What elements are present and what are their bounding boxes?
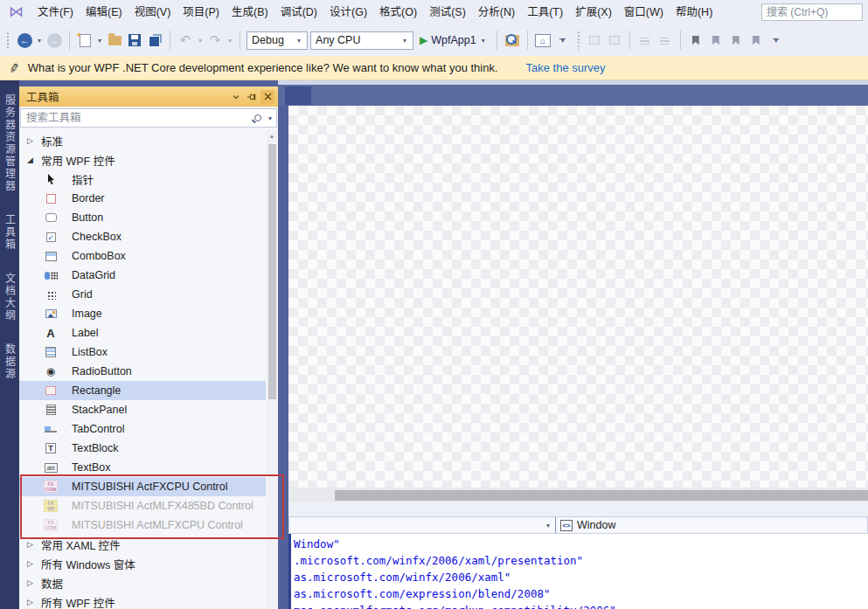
tool-window-tab[interactable]: 工具箱 — [3, 206, 17, 259]
toolbox-search-input[interactable] — [21, 112, 254, 124]
menu-item[interactable]: 分析(N) — [472, 0, 521, 24]
toolbox-item[interactable]: MITSUBISHI ActMLFX485BD Control — [19, 496, 266, 516]
toolbox-item[interactable]: TabControl — [19, 419, 266, 439]
standard-toolbar: ← ▾ → ▾ ↶ ▾ ↷ ▾ Debug ▾ Any CPU ▾ ▶ WpfA… — [0, 24, 868, 56]
tool-window-tab[interactable]: 数据源 — [3, 336, 17, 388]
toolbox-item[interactable]: Rectangle — [19, 381, 266, 400]
menu-item[interactable]: 文件(F) — [31, 0, 80, 24]
navigate-back-dropdown-icon[interactable]: ▾ — [36, 37, 43, 45]
document-area: ▾ <> Window Window".microsoft.com/winfx/… — [278, 80, 868, 609]
breadcrumb-left-dropdown[interactable]: ▾ — [289, 517, 556, 533]
toolbox-item[interactable]: MITSUBISHI ActFXCPU Control — [19, 477, 266, 496]
toolbox-item[interactable]: DataGrid — [19, 266, 266, 285]
menu-item[interactable]: 扩展(X) — [569, 0, 618, 24]
toolbox-item[interactable]: Image — [19, 304, 266, 323]
xaml-editor[interactable]: Window".microsoft.com/winfx/2006/xaml/pr… — [288, 534, 868, 609]
quick-search-input[interactable] — [761, 3, 863, 21]
toolbox-item[interactable]: StackPanel — [19, 400, 266, 419]
toolbar-overflow-button[interactable]: ▾ — [767, 30, 785, 51]
menu-item[interactable]: 调试(D) — [274, 0, 323, 24]
toolbox-category[interactable]: ▷所有 WPF 控件 — [19, 592, 266, 609]
tool-window-tab[interactable]: 服务器资源管理器 — [3, 87, 17, 200]
designer-horizontal-scrollbar[interactable] — [288, 488, 868, 502]
previous-bookmark-button[interactable] — [707, 30, 725, 51]
toolbar-grip-handle[interactable] — [6, 31, 10, 49]
toolbox-category[interactable]: ▷标准 — [19, 131, 266, 150]
menu-item[interactable]: 工具(T) — [521, 0, 569, 24]
new-project-button[interactable] — [76, 30, 94, 51]
toolbox-item[interactable]: ComboBox — [19, 246, 266, 266]
startup-project-label: WpfApp1 — [431, 34, 476, 46]
toolbar-overflow-button[interactable]: ▾ — [554, 30, 572, 51]
toolbox-category[interactable]: ◢常用 WPF 控件 — [19, 150, 266, 170]
clear-bookmarks-button[interactable] — [747, 30, 765, 51]
toolbox-item-label: TextBlock — [72, 442, 119, 454]
splitter[interactable] — [288, 502, 868, 516]
toolbox-item[interactable]: CheckBox — [19, 227, 266, 246]
toolbox-category[interactable]: ▷所有 Windows 窗体 — [19, 554, 266, 573]
undo-dropdown-icon[interactable]: ▾ — [197, 37, 204, 45]
menu-item[interactable]: 生成(B) — [226, 0, 274, 24]
comment-button[interactable] — [586, 30, 603, 51]
next-bookmark-button[interactable] — [727, 30, 745, 51]
toolbox-item[interactable]: TextBlock — [19, 439, 266, 458]
toolbox-category[interactable]: ▷数据 — [19, 573, 266, 592]
menu-item[interactable]: 格式(O) — [373, 0, 423, 24]
navigate-back-button[interactable]: ← — [16, 30, 33, 51]
increase-indent-button[interactable] — [656, 30, 674, 51]
uncomment-button[interactable] — [606, 30, 623, 51]
auto-hide-pin-button[interactable] — [245, 90, 259, 104]
scrollbar-thumb[interactable] — [335, 490, 868, 501]
find-in-files-button[interactable] — [503, 30, 521, 51]
toolbox-item[interactable]: ListBox — [19, 343, 266, 362]
web-browser-button[interactable]: ⌂ — [534, 30, 552, 51]
toolbox-item[interactable]: ◉RadioButton — [19, 362, 266, 381]
start-debugging-button[interactable]: ▶ WpfApp1 ▾ — [416, 30, 490, 51]
toolbox-item[interactable]: Grid — [19, 285, 266, 304]
pointer-icon — [44, 172, 58, 186]
toolbox-vertical-scrollbar[interactable]: ▲ — [267, 131, 277, 609]
scroll-up-arrow-icon[interactable]: ▲ — [267, 131, 277, 142]
toolbox-item[interactable]: 指针 — [19, 170, 266, 189]
toolbox-item[interactable]: Border — [19, 189, 266, 208]
combobox-icon — [44, 249, 58, 263]
textblock-icon — [44, 441, 58, 455]
menu-item[interactable]: 视图(V) — [128, 0, 177, 24]
undo-button[interactable]: ↶ — [177, 30, 194, 51]
redo-button[interactable]: ↷ — [206, 30, 224, 51]
document-tab[interactable] — [285, 87, 311, 105]
toolbox-item[interactable]: Button — [19, 208, 266, 227]
menu-item[interactable]: 编辑(E) — [80, 0, 128, 24]
save-all-button[interactable] — [146, 30, 163, 51]
menu-item[interactable]: 设计(G) — [323, 0, 373, 24]
toolbox-category[interactable]: ▷常用 XAML 控件 — [19, 535, 266, 554]
radiobutton-icon: ◉ — [44, 364, 58, 378]
toggle-bookmark-button[interactable] — [687, 30, 705, 51]
toolbox-item[interactable]: ALabel — [19, 323, 266, 343]
open-file-button[interactable] — [106, 30, 123, 51]
toolbar-separator — [527, 31, 528, 50]
decrease-indent-button[interactable] — [636, 30, 654, 51]
toolbar-separator — [680, 31, 681, 50]
toolbox-item[interactable]: TextBox — [19, 458, 266, 477]
design-surface[interactable] — [288, 106, 868, 488]
new-project-dropdown-icon[interactable]: ▾ — [96, 37, 103, 45]
scrollbar-thumb[interactable] — [268, 144, 276, 399]
search-options-dropdown-icon[interactable]: ▾ — [267, 114, 274, 122]
window-position-button[interactable] — [229, 90, 243, 104]
solution-platform-dropdown[interactable]: Any CPU ▾ — [310, 31, 413, 50]
redo-dropdown-icon[interactable]: ▾ — [226, 37, 233, 45]
breadcrumb-element-dropdown[interactable]: <> Window — [556, 517, 867, 533]
close-icon[interactable] — [260, 90, 274, 104]
solution-configuration-dropdown[interactable]: Debug ▾ — [247, 31, 308, 50]
menu-item[interactable]: 帮助(H) — [670, 0, 719, 24]
toolbox-item[interactable]: MITSUBISHI ActMLFXCPU Control — [19, 516, 266, 535]
save-button[interactable] — [126, 30, 143, 51]
take-survey-link[interactable]: Take the survey — [526, 61, 606, 74]
tool-window-tab[interactable]: 文档大纲 — [3, 265, 17, 329]
menu-item[interactable]: 项目(P) — [177, 0, 226, 24]
menu-item[interactable]: 测试(S) — [423, 0, 472, 24]
menu-item[interactable]: 窗口(W) — [618, 0, 670, 24]
navigate-forward-button[interactable]: → — [45, 30, 63, 51]
border-icon — [44, 191, 58, 205]
